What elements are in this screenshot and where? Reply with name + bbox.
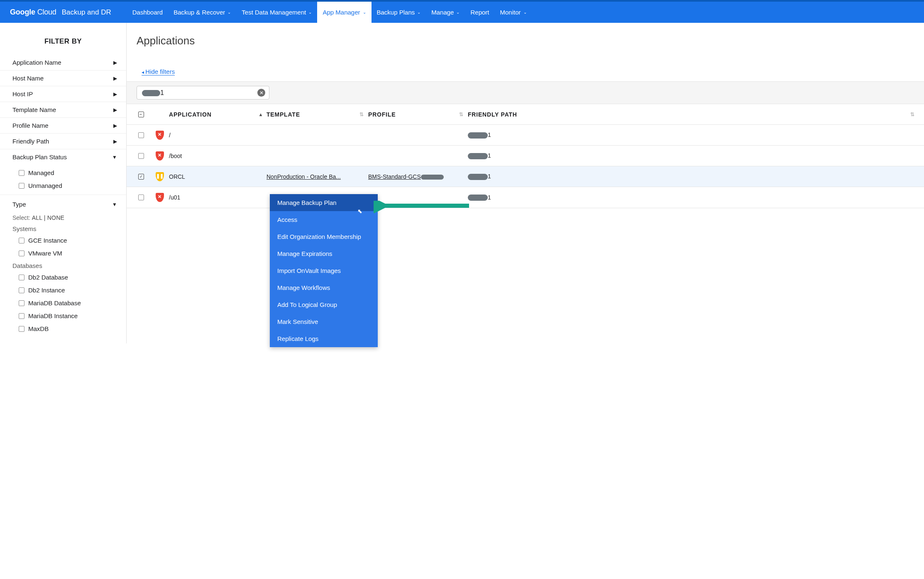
redacted-text — [468, 195, 488, 201]
context-menu: Manage Backup Plan Access Edit Organizat… — [270, 194, 378, 343]
redacted-text — [468, 174, 488, 180]
nav-dashboard[interactable]: Dashboard — [127, 2, 168, 23]
ctx-add-to-logical-group[interactable]: Add To Logical Group — [270, 296, 378, 313]
nav-backup-plans[interactable]: Backup Plans⌄ — [372, 2, 426, 23]
table-header: − APPLICATION▴ TEMPLATE⇅ PROFILE⇅ FRIEND… — [127, 104, 924, 125]
filter-opt-db2-db[interactable]: Db2 Database — [0, 271, 126, 284]
col-template[interactable]: TEMPLATE⇅ — [266, 111, 368, 118]
filter-opt-vmware[interactable]: VMware VM — [0, 247, 126, 260]
applications-table: − APPLICATION▴ TEMPLATE⇅ PROFILE⇅ FRIEND… — [127, 104, 924, 208]
cell-application: /boot — [169, 153, 266, 159]
redacted-text — [142, 90, 160, 96]
select-all-none: Select: ALL | NONE — [0, 214, 126, 223]
filter-template-name[interactable]: Template Name▶ — [0, 102, 126, 118]
caret-down-icon: ▼ — [112, 154, 117, 160]
filter-opt-gce[interactable]: GCE Instance — [0, 234, 126, 247]
filter-chip: 1 ✕ — [137, 86, 269, 100]
checkbox-icon[interactable] — [19, 183, 24, 189]
chevron-down-icon: ⌄ — [363, 10, 366, 15]
row-checkbox[interactable] — [138, 132, 144, 138]
table-row[interactable]: ✕ /u01 1 — [127, 187, 924, 208]
filter-application-name[interactable]: Application Name▶ — [0, 55, 126, 71]
filter-opt-unmanaged[interactable]: Unmanaged — [0, 179, 126, 192]
filter-sidebar: FILTER BY Application Name▶ Host Name▶ H… — [0, 23, 127, 343]
checkbox-icon[interactable] — [19, 313, 24, 319]
checkbox-icon[interactable] — [19, 238, 24, 243]
nav-backup-recover[interactable]: Backup & Recover⌄ — [168, 2, 236, 23]
row-checkbox[interactable] — [138, 153, 144, 159]
caret-right-icon: ▶ — [113, 107, 117, 113]
ctx-manage-expirations[interactable]: Manage Expirations — [270, 245, 378, 262]
hide-filters-link[interactable]: Hide filters — [142, 68, 175, 75]
nav-test-data[interactable]: Test Data Management⌄ — [236, 2, 317, 23]
redacted-text — [468, 153, 488, 159]
table-row[interactable]: ✕ /boot 1 — [127, 146, 924, 166]
cell-profile[interactable]: BMS-Standard-GCS — [368, 173, 468, 180]
caret-right-icon: ▶ — [113, 123, 117, 129]
sort-icon: ⇅ — [359, 112, 364, 117]
checkbox-icon[interactable] — [19, 275, 24, 280]
filter-backup-plan-status[interactable]: Backup Plan Status▼ — [0, 149, 126, 165]
cursor-pointer-icon: ⬉ — [357, 208, 363, 215]
cell-friendly: 1 — [468, 131, 919, 139]
ctx-edit-org-membership[interactable]: Edit Organization Membership — [270, 228, 378, 245]
cell-friendly: 1 — [468, 173, 919, 180]
filter-profile-name[interactable]: Profile Name▶ — [0, 118, 126, 134]
chevron-down-icon: ⌄ — [308, 10, 312, 15]
filter-opt-mariadb-db[interactable]: MariaDB Database — [0, 297, 126, 309]
page-title: Applications — [137, 34, 924, 47]
checkbox-icon[interactable] — [19, 170, 24, 176]
filter-opt-maxdb[interactable]: MaxDB — [0, 322, 126, 335]
col-application[interactable]: APPLICATION▴ — [169, 111, 266, 118]
clear-chip-icon[interactable]: ✕ — [257, 89, 265, 97]
checkbox-icon[interactable] — [19, 326, 24, 332]
filter-friendly-path[interactable]: Friendly Path▶ — [0, 134, 126, 149]
row-checkbox[interactable]: ✓ — [138, 174, 144, 180]
table-row[interactable]: ✕ / 1 — [127, 125, 924, 146]
select-all-link[interactable]: ALL — [32, 214, 42, 221]
brand-block: Google Cloud Backup and DR — [10, 8, 111, 17]
nav-manage[interactable]: Manage⌄ — [426, 2, 465, 23]
filter-opt-managed[interactable]: Managed — [0, 166, 126, 179]
row-checkbox[interactable] — [138, 195, 144, 200]
cell-template[interactable]: NonProduction - Oracle Ba... — [266, 173, 368, 180]
nav-app-manager[interactable]: App Manager⌄ — [317, 2, 371, 23]
redacted-text — [468, 132, 488, 139]
cell-friendly: 1 — [468, 194, 919, 201]
filter-type[interactable]: Type▼ — [0, 195, 126, 212]
table-row[interactable]: ✓ ❚❚ ORCL NonProduction - Oracle Ba... B… — [127, 166, 924, 187]
checkbox-icon[interactable] — [19, 300, 24, 306]
cell-friendly: 1 — [468, 152, 919, 159]
checkbox-icon[interactable] — [19, 251, 24, 256]
chevron-down-icon: ⌄ — [523, 10, 527, 15]
filter-host-name[interactable]: Host Name▶ — [0, 71, 126, 86]
product-name: Backup and DR — [62, 8, 111, 17]
checkbox-icon[interactable] — [19, 287, 24, 293]
filter-opt-db2-inst[interactable]: Db2 Instance — [0, 284, 126, 297]
cell-application: ORCL — [169, 173, 266, 180]
ctx-mark-sensitive[interactable]: Mark Sensitive — [270, 313, 378, 330]
nav-report[interactable]: Report — [465, 2, 494, 23]
ctx-replicate-logs[interactable]: Replicate Logs — [270, 330, 378, 343]
type-databases-label: Databases — [0, 260, 126, 271]
cell-application: /u01 — [169, 194, 266, 201]
chevron-down-icon: ⌄ — [417, 10, 420, 15]
nav-monitor[interactable]: Monitor⌄ — [495, 2, 532, 23]
filter-host-ip[interactable]: Host IP▶ — [0, 86, 126, 102]
select-all-checkbox[interactable]: − — [138, 112, 144, 117]
sort-icon: ⇅ — [459, 112, 464, 117]
shield-error-icon: ✕ — [156, 151, 164, 161]
main-nav: Dashboard Backup & Recover⌄ Test Data Ma… — [127, 2, 532, 23]
filter-title: FILTER BY — [0, 37, 126, 46]
ctx-manage-workflows[interactable]: Manage Workflows — [270, 279, 378, 296]
filter-opt-mariadb-inst[interactable]: MariaDB Instance — [0, 309, 126, 322]
ctx-import-onvault[interactable]: Import OnVault Images — [270, 262, 378, 279]
shield-error-icon: ✕ — [156, 193, 164, 202]
type-systems-label: Systems — [0, 223, 126, 234]
col-friendly-path[interactable]: FRIENDLY PATH⇅ — [468, 111, 919, 118]
brand-logo: Google Cloud — [10, 8, 56, 17]
select-none-link[interactable]: NONE — [47, 214, 64, 221]
col-profile[interactable]: PROFILE⇅ — [368, 111, 468, 118]
caret-right-icon: ▶ — [113, 60, 117, 66]
shield-warn-icon: ❚❚ — [156, 172, 164, 181]
